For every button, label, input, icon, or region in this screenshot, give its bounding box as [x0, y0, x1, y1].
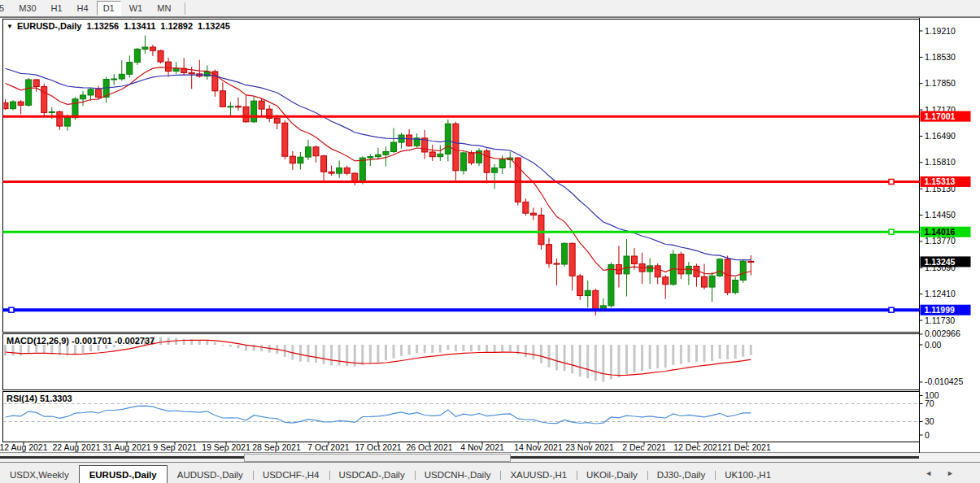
axis-label: 1.12410 — [925, 289, 956, 298]
price-badge-1.11999-text: 1.11999 — [925, 305, 956, 315]
scrollbar-track-right[interactable] — [509, 456, 919, 459]
date-axis[interactable]: 12 Aug 202122 Aug 202131 Aug 20219 Sep 2… — [0, 442, 771, 453]
date-label: 22 Aug 2021 — [53, 442, 101, 452]
chart-symbol-label: EURUSD-,Daily — [17, 21, 81, 31]
axis-label: 1.17850 — [925, 78, 956, 88]
ohlc-high: 1.13411 — [124, 21, 155, 31]
rsi-axis-label: 0 — [925, 430, 930, 440]
chart-tab-bar: USDX,WeeklyEURUSD-,DailyAUDUSD-,DailyUSD… — [0, 462, 980, 483]
timeframe-toolbar: 5M30H1H4D1W1MN — [0, 0, 980, 17]
chart-tab-usdcad-daily[interactable]: USDCAD-,Daily — [329, 467, 415, 483]
price-badge-1.15313: 1.15313 — [921, 176, 971, 187]
trading-app-window: 5M30H1H4D1W1MN 1.192101.185301.178501.17… — [0, 0, 980, 483]
timeframe-button-h1[interactable]: H1 — [45, 1, 69, 15]
chart-tab-xauusd-h1[interactable]: XAUUSD-,H1 — [500, 467, 577, 483]
chart-tab-usdcnh-daily[interactable]: USDCNH-,Daily — [415, 467, 501, 483]
date-label: 28 Sep 2021 — [252, 442, 301, 452]
line-handle-1.11999-left[interactable] — [9, 307, 14, 312]
chart-tab-usdchf-h4[interactable]: USDCHF-,H4 — [253, 467, 329, 483]
current-price-badge-text: 1.13245 — [925, 257, 956, 267]
date-label: 9 Sep 2021 — [153, 442, 197, 452]
timeframe-button-5[interactable]: 5 — [0, 1, 11, 15]
axis-label: 1.14450 — [925, 210, 956, 220]
date-label: 12 Aug 2021 — [0, 442, 48, 452]
timeframe-button-w1[interactable]: W1 — [123, 1, 150, 15]
chart-horizontal-scrollbar[interactable] — [0, 453, 980, 462]
chart-tab-ukoil-daily[interactable]: UKOil-,Daily — [577, 467, 647, 483]
chart-canvas[interactable]: 1.192101.185301.178501.171701.164901.158… — [0, 0, 980, 483]
price-badge-1.11999: 1.11999 — [921, 305, 971, 315]
axis-label: 1.18530 — [925, 52, 956, 62]
dropdown-caret-icon[interactable]: ▼ — [7, 23, 13, 30]
line-handle-1.11999-right[interactable] — [889, 307, 894, 312]
rsi-panel[interactable] — [3, 392, 920, 442]
timeframe-button-d1[interactable]: D1 — [97, 1, 121, 15]
date-label: 26 Oct 2021 — [406, 442, 452, 452]
ohlc-low: 1.12892 — [160, 21, 193, 31]
date-label: 2 Dec 2021 — [622, 442, 666, 452]
scrollbar-track-left[interactable] — [0, 456, 245, 459]
timeframe-button-mn[interactable]: MN — [150, 1, 177, 15]
date-label: 7 Oct 2021 — [307, 442, 350, 452]
chart-tab-usdx-weekly[interactable]: USDX,Weekly — [0, 467, 79, 483]
current-price-badge: 1.13245 — [921, 256, 971, 267]
line-handle-1.14016-right[interactable] — [889, 229, 894, 234]
date-label: 21 Dec 2021 — [722, 442, 771, 452]
chart-tab-eurusd-daily[interactable]: EURUSD-,Daily — [79, 465, 168, 483]
date-label: 19 Sep 2021 — [202, 442, 250, 452]
axis-label: 1.11730 — [925, 315, 955, 325]
main-price-panel[interactable] — [3, 20, 920, 333]
rsi-axis-label: 70 — [925, 398, 934, 408]
ohlc-open: 1.13256 — [86, 21, 119, 31]
date-label: 4 Nov 2021 — [460, 442, 504, 452]
price-badge-1.15313-text: 1.15313 — [925, 176, 956, 186]
macd-axis-label: -0.010425 — [925, 376, 963, 386]
chart-tab-audusd-daily[interactable]: AUDUSD-,Daily — [168, 467, 253, 483]
macd-axis-label: 0.00 — [925, 340, 942, 350]
macd-indicator-label: MACD(12,26,9) -0.001701 -0.002737 — [7, 336, 155, 346]
ohlc-close: 1.13245 — [198, 21, 230, 31]
axis-label: 1.15810 — [925, 157, 956, 167]
price-badge-1.14016-text: 1.14016 — [925, 227, 956, 237]
timeframe-button-h4[interactable]: H4 — [71, 1, 95, 15]
price-badge-1.14016: 1.14016 — [921, 227, 971, 237]
tab-scroll-arrows: ◄► — [925, 469, 969, 477]
price-badge-1.17001: 1.17001 — [921, 111, 971, 122]
date-label: 31 Aug 2021 — [103, 442, 151, 452]
macd-axis-label: 0.002966 — [925, 329, 960, 338]
toolbar-separator — [185, 2, 186, 15]
rsi-axis-label: 30 — [925, 416, 934, 426]
chart-tab-dj30-daily[interactable]: DJ30-,Daily — [647, 467, 715, 483]
timeframe-button-m30[interactable]: M30 — [12, 1, 42, 15]
rsi-indicator-label: RSI(14) 51.3303 — [7, 394, 72, 403]
date-label: 23 Nov 2021 — [565, 442, 614, 452]
tab-scroll-right-icon[interactable]: ► — [947, 469, 969, 477]
tab-scroll-left-icon[interactable]: ◄ — [925, 469, 947, 477]
chart-tab-uk100-h1[interactable]: UK100-,H1 — [715, 467, 781, 483]
scrollbar-thumb[interactable] — [244, 454, 511, 462]
date-label: 14 Nov 2021 — [514, 442, 563, 452]
date-label: 17 Oct 2021 — [355, 442, 401, 452]
price-badge-1.17001-text: 1.17001 — [925, 111, 956, 121]
chart-title: ▼EURUSD-,Daily1.132561.134111.128921.132… — [7, 21, 230, 31]
date-label: 12 Dec 2021 — [673, 442, 722, 452]
axis-label: 1.19210 — [925, 26, 956, 36]
axis-label: 1.16490 — [925, 131, 956, 141]
line-handle-1.15313-right[interactable] — [889, 179, 894, 184]
axis-label: 1.13770 — [925, 236, 956, 246]
